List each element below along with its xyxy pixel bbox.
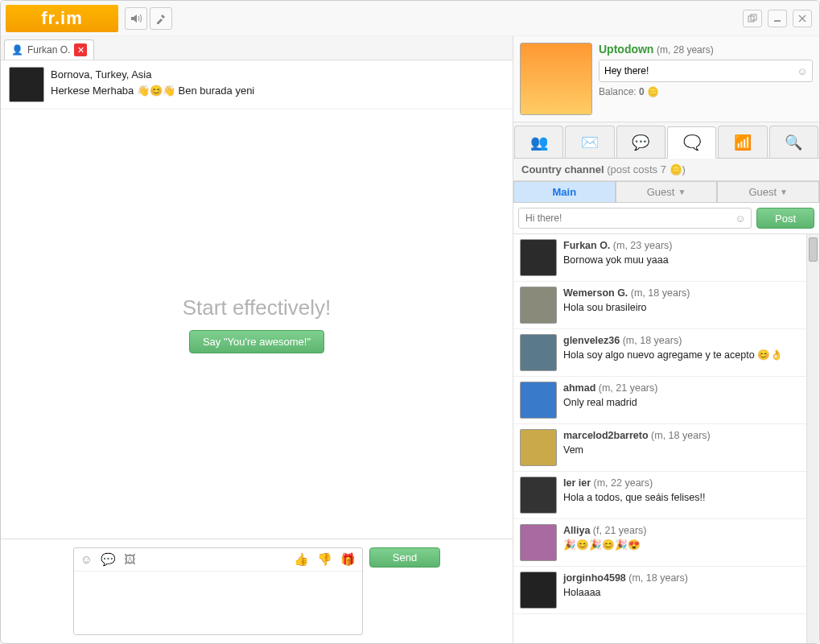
tab-contacts[interactable]: 👥 [514, 126, 563, 158]
post-input[interactable] [519, 208, 730, 228]
message-input-bar: ☺ 💬 🖼 👍 👎 🎁 Send [1, 539, 513, 643]
gift-icon[interactable]: 🎁 [340, 552, 356, 567]
post-username[interactable]: Wemerson G. [563, 287, 628, 299]
app-logo: fr.im [6, 5, 118, 32]
post-avatar[interactable] [520, 477, 557, 514]
window-minimize-button[interactable] [768, 10, 787, 27]
conversation-header: Bornova, Turkey, Asia Herkese Merhaba 👋😊… [1, 60, 513, 109]
status-input-wrap: ☺ [599, 60, 813, 82]
post-row: ☺ Post [513, 203, 819, 234]
tab-chat[interactable]: 💬 [616, 126, 665, 158]
profile-name[interactable]: Uptodown [599, 43, 653, 56]
post-emoji-button[interactable]: ☺ [730, 208, 751, 228]
post-username[interactable]: ahmad [563, 382, 595, 394]
post-message: 🎉😊🎉😊🎉😍 [563, 539, 805, 553]
say-awesome-button[interactable]: Say "You're awesome!" [189, 330, 324, 353]
sound-button[interactable] [125, 7, 147, 30]
feed-post[interactable]: Furkan O. (m, 23 years)Bornowa yok muu y… [513, 234, 819, 282]
coin-icon: 🪙 [670, 163, 682, 175]
tools-button[interactable] [150, 7, 172, 30]
window-restore-button[interactable] [743, 10, 762, 27]
start-headline: Start effectively! [183, 295, 332, 320]
post-message: Vem [563, 444, 805, 458]
post-usermeta: (m, 18 years) [628, 572, 688, 584]
window-close-button[interactable] [793, 10, 812, 27]
titlebar: fr.im [1, 1, 819, 36]
post-avatar[interactable] [520, 334, 557, 371]
feed-post[interactable]: ahmad (m, 21 years)Only real madrid [513, 377, 819, 424]
post-avatar[interactable] [520, 524, 557, 561]
tab-mail[interactable]: ✉️ [565, 126, 614, 158]
scrollbar[interactable] [806, 234, 819, 643]
post-username[interactable]: jorginho4598 [563, 572, 626, 584]
post-usermeta: (m, 23 years) [613, 240, 673, 251]
post-username[interactable]: Alliya [563, 525, 590, 536]
chat-panel: 👤 Furkan O. ✕ Bornova, Turkey, Asia Herk… [1, 36, 513, 643]
chat-tabs: 👤 Furkan O. ✕ [1, 36, 513, 60]
feed-post[interactable]: Alliya (f, 21 years)🎉😊🎉😊🎉😍 [513, 519, 819, 567]
subtab-guest-1[interactable]: Guest▼ [616, 181, 718, 202]
post-usermeta: (m, 18 years) [631, 287, 690, 299]
emoji-icon[interactable]: ☺ [80, 552, 93, 567]
chat-tab[interactable]: 👤 Furkan O. ✕ [4, 39, 94, 60]
channel-header: Country channel (post costs 7 🪙) [513, 159, 819, 181]
close-tab-button[interactable]: ✕ [74, 43, 87, 56]
sidebar: Uptodown (m, 28 years) ☺ Balance: 0 🪙 � [513, 36, 819, 643]
post-usermeta: (m, 21 years) [599, 382, 658, 394]
thumbs-down-icon[interactable]: 👎 [317, 552, 332, 567]
subtab-guest-2[interactable]: Guest▼ [717, 181, 819, 202]
channel-subtabs: Main Guest▼ Guest▼ [513, 181, 819, 203]
coin-icon: 🪙 [647, 86, 659, 97]
message-input[interactable] [74, 572, 362, 632]
post-username[interactable]: Furkan O. [563, 240, 610, 251]
chat-tab-label: Furkan O. [27, 44, 70, 56]
tab-channel[interactable]: 🗨️ [667, 126, 716, 159]
post-message: Hola a todos, que seáis felises!! [563, 491, 805, 506]
post-usermeta: (m, 18 years) [651, 430, 711, 441]
feed-post[interactable]: Ier ier (m, 22 years)Hola a todos, que s… [513, 472, 819, 519]
feed-post[interactable]: Wemerson G. (m, 18 years)Hola sou brasil… [513, 282, 819, 329]
profile-meta: (m, 28 years) [657, 44, 714, 56]
post-button[interactable]: Post [756, 208, 814, 229]
person-icon: 👤 [11, 44, 23, 56]
post-username[interactable]: marcelod2barreto [563, 430, 649, 441]
subtab-main[interactable]: Main [513, 181, 616, 202]
post-usermeta: (m, 18 years) [623, 335, 682, 346]
tab-search[interactable]: 🔍 [769, 126, 818, 158]
post-avatar[interactable] [520, 429, 557, 466]
image-icon[interactable]: 🖼 [124, 552, 136, 567]
feed-post[interactable]: glenvelez36 (m, 18 years)Hola soy algo n… [513, 329, 819, 377]
post-message: Hola soy algo nuevo agregame y te acepto… [563, 349, 805, 363]
svg-rect-1 [751, 14, 756, 20]
tab-bluetooth[interactable]: 📶 [718, 126, 767, 158]
contact-greeting: Herkese Merhaba 👋😊👋 Ben burada yeni [51, 83, 254, 99]
channel-feed[interactable]: Furkan O. (m, 23 years)Bornowa yok muu y… [513, 234, 819, 643]
message-input-wrap: ☺ 💬 🖼 👍 👎 🎁 [73, 547, 363, 635]
post-avatar[interactable] [520, 287, 557, 324]
profile-card: Uptodown (m, 28 years) ☺ Balance: 0 🪙 [513, 36, 819, 122]
svg-rect-0 [748, 16, 754, 22]
post-avatar[interactable] [520, 382, 557, 419]
post-message: Hola sou brasileiro [563, 301, 805, 316]
post-avatar[interactable] [520, 572, 557, 609]
contact-avatar[interactable] [9, 67, 44, 102]
send-button[interactable]: Send [369, 547, 440, 568]
scrollbar-thumb[interactable] [809, 237, 818, 262]
thumbs-up-icon[interactable]: 👍 [294, 552, 309, 567]
status-input[interactable] [600, 60, 793, 81]
sidebar-tabs: 👥 ✉️ 💬 🗨️ 📶 🔍 [513, 122, 819, 159]
chat-area: Start effectively! Say "You're awesome!" [1, 109, 513, 539]
post-username[interactable]: glenvelez36 [563, 335, 620, 346]
feed-post[interactable]: marcelod2barreto (m, 18 years)Vem [513, 424, 819, 472]
profile-avatar[interactable] [520, 43, 592, 115]
contact-location: Bornova, Turkey, Asia [51, 67, 254, 83]
balance-row: Balance: 0 🪙 [599, 86, 813, 97]
post-message: Only real madrid [563, 396, 805, 411]
feed-post[interactable]: jorginho4598 (m, 18 years)Holaaaa [513, 567, 819, 614]
post-usermeta: (m, 22 years) [594, 477, 653, 489]
status-emoji-button[interactable]: ☺ [793, 65, 812, 77]
post-avatar[interactable] [520, 239, 557, 276]
speech-icon[interactable]: 💬 [101, 552, 116, 567]
post-username[interactable]: Ier ier [563, 477, 591, 489]
chevron-down-icon: ▼ [780, 188, 788, 196]
